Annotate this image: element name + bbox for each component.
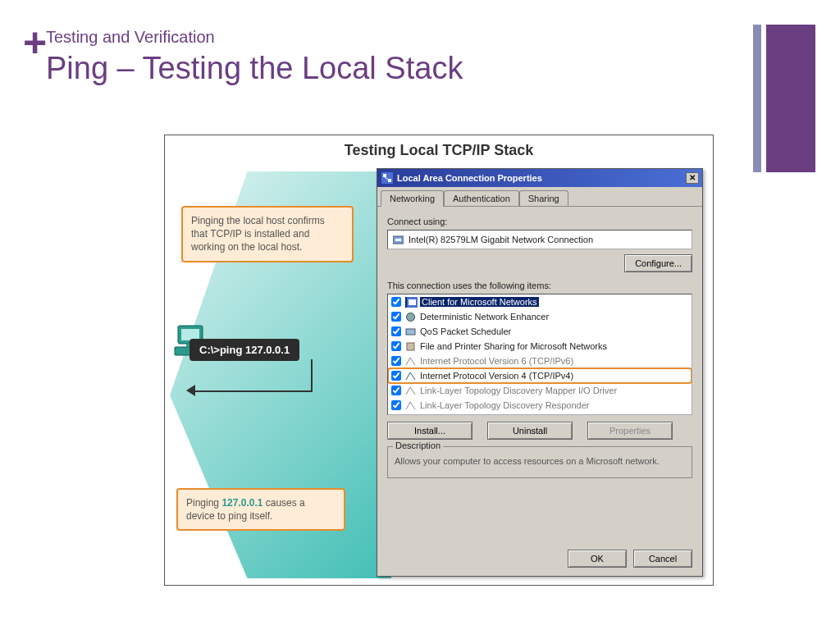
protocol-icon [405, 356, 416, 367]
list-item[interactable]: QoS Packet Scheduler [388, 324, 692, 339]
client-icon [405, 297, 416, 308]
cancel-button[interactable]: Cancel [633, 550, 692, 568]
svg-rect-9 [395, 239, 401, 241]
list-item[interactable]: Deterministic Network Enhancer [388, 309, 692, 324]
svg-rect-5 [383, 174, 386, 177]
list-item[interactable]: Link-Layer Topology Discovery Responder [388, 398, 692, 413]
description-group: Description Allows your computer to acce… [387, 446, 692, 478]
dialog-titlebar[interactable]: Local Area Connection Properties ✕ [377, 169, 702, 187]
tab-networking[interactable]: Networking [381, 190, 444, 207]
accent-bars [753, 25, 815, 172]
tab-sharing[interactable]: Sharing [519, 190, 568, 206]
item-label: Internet Protocol Version 4 (TCP/IPv4) [420, 371, 573, 381]
properties-button[interactable]: Properties [587, 422, 673, 440]
item-checkbox[interactable] [391, 356, 401, 366]
callout-tcpip-confirm: Pinging the local host confirms that TCP… [181, 206, 354, 262]
service-icon [405, 312, 416, 322]
close-icon[interactable]: ✕ [686, 172, 699, 184]
item-checkbox[interactable] [391, 297, 401, 307]
item-label: File and Printer Sharing for Microsoft N… [420, 341, 607, 351]
item-checkbox[interactable] [391, 312, 401, 322]
service-icon [405, 341, 416, 352]
connection-properties-dialog: Local Area Connection Properties ✕ Netwo… [377, 168, 703, 577]
item-label: Link-Layer Topology Discovery Mapper I/O… [420, 386, 617, 395]
callout-ping-self: Pinging 127.0.0.1 causes a device to pin… [176, 488, 345, 531]
list-item-ipv4-highlighted[interactable]: Internet Protocol Version 4 (TCP/IPv4) [388, 368, 692, 383]
list-item[interactable]: Internet Protocol Version 6 (TCP/IPv6) [388, 354, 692, 368]
loopback-arrow-icon [189, 359, 313, 392]
item-checkbox[interactable] [391, 371, 401, 381]
description-text: Allows your computer to access resources… [395, 452, 685, 468]
svg-rect-13 [406, 329, 415, 335]
configure-button[interactable]: Configure... [624, 254, 692, 272]
adapter-icon [393, 235, 404, 245]
item-checkbox[interactable] [391, 326, 401, 336]
callout2-ip: 127.0.0.1 [221, 497, 262, 509]
service-icon [405, 326, 416, 337]
item-label: QoS Packet Scheduler [420, 326, 511, 336]
figure-frame: Testing Local TCP/IP Stack Pinging the l… [164, 135, 714, 586]
item-label: Link-Layer Topology Discovery Responder [420, 400, 589, 410]
plus-decoration: + [23, 33, 47, 53]
list-item[interactable]: Client for Microsoft Networks [388, 294, 692, 309]
description-label: Description [393, 441, 443, 450]
connect-using-label: Connect using: [387, 217, 692, 226]
dialog-title: Local Area Connection Properties [397, 173, 542, 183]
protocol-icon [405, 386, 416, 396]
item-checkbox[interactable] [391, 386, 401, 395]
figure-title: Testing Local TCP/IP Stack [165, 135, 713, 162]
adapter-name: Intel(R) 82579LM Gigabit Network Connect… [409, 235, 593, 244]
ok-button[interactable]: OK [568, 550, 627, 568]
svg-rect-14 [407, 343, 414, 350]
network-items-list[interactable]: Client for Microsoft Networks Determinis… [387, 294, 692, 415]
item-checkbox[interactable] [391, 341, 401, 351]
item-checkbox[interactable] [391, 400, 401, 410]
svg-point-12 [407, 313, 415, 321]
adapter-field: Intel(R) 82579LM Gigabit Network Connect… [387, 230, 692, 249]
slide-title: Ping – Testing the Local Stack [46, 51, 463, 86]
item-label: Internet Protocol Version 6 (TCP/IPv6) [420, 356, 573, 366]
install-button[interactable]: Install... [387, 422, 472, 440]
ping-command: C:\>ping 127.0.0.1 [189, 339, 299, 361]
dialog-tabs: Networking Authentication Sharing [377, 187, 702, 207]
network-icon [381, 172, 393, 184]
items-label: This connection uses the following items… [387, 281, 692, 290]
uninstall-button[interactable]: Uninstall [487, 422, 573, 440]
item-label: Client for Microsoft Networks [420, 297, 539, 307]
callout2-prefix: Pinging [186, 497, 221, 509]
list-item[interactable]: File and Printer Sharing for Microsoft N… [388, 339, 692, 354]
protocol-icon [405, 400, 416, 411]
item-label: Deterministic Network Enhancer [420, 312, 549, 322]
svg-rect-11 [409, 299, 416, 305]
list-item[interactable]: Link-Layer Topology Discovery Mapper I/O… [388, 383, 692, 398]
slide-eyebrow: Testing and Verification [46, 28, 215, 47]
tab-authentication[interactable]: Authentication [444, 190, 519, 206]
protocol-icon [405, 371, 416, 381]
